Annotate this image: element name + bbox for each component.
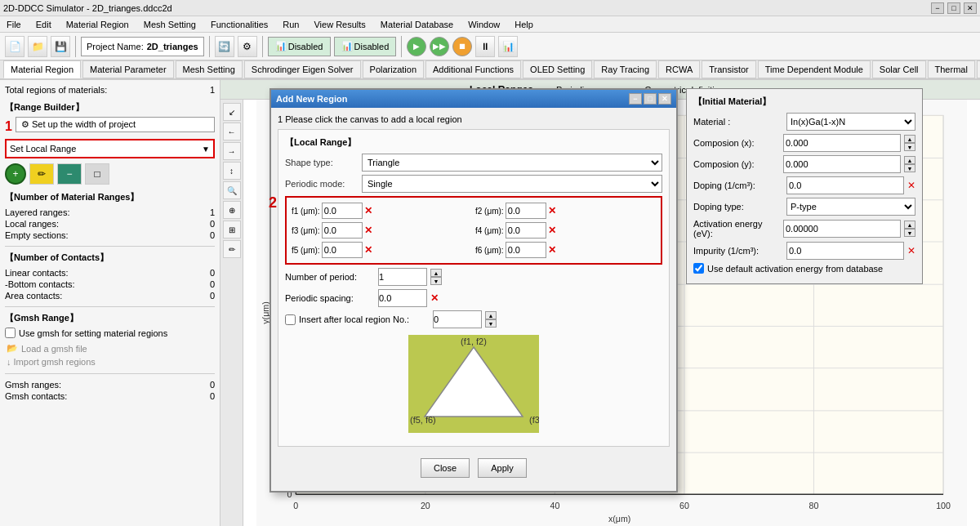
add-icon-btn[interactable]: + — [5, 163, 26, 185]
insert-checkbox[interactable] — [285, 314, 296, 325]
menu-help[interactable]: Help — [511, 20, 537, 29]
dialog-close-btn[interactable]: ✕ — [658, 93, 671, 105]
disabled-btn2[interactable]: 📊 Disabled — [334, 37, 397, 56]
settings-btn[interactable]: ⚙ — [238, 36, 257, 57]
f4-input[interactable] — [506, 222, 546, 238]
doping-input[interactable] — [786, 176, 904, 194]
tab-mesh-setting[interactable]: Mesh Setting — [176, 60, 243, 78]
f6-input[interactable] — [506, 242, 546, 258]
tab-oled[interactable]: OLED Setting — [523, 60, 592, 78]
f2-clear[interactable]: ✕ — [548, 205, 556, 216]
tab-solar[interactable]: Solar Cell — [872, 60, 926, 78]
play-btn1[interactable]: ▶ — [407, 37, 426, 56]
use-default-checkbox[interactable] — [693, 263, 704, 274]
spacing-clear[interactable]: ✕ — [430, 292, 439, 304]
tab-transistor[interactable]: Transistor — [702, 60, 756, 78]
tool-zoom[interactable]: ↕ — [223, 162, 241, 180]
menu-view-results[interactable]: View Results — [310, 20, 368, 29]
impurity-input[interactable] — [786, 242, 904, 260]
f1-clear[interactable]: ✕ — [364, 205, 372, 216]
spacing-input[interactable] — [378, 289, 427, 307]
stop-btn[interactable]: ⏹ — [452, 37, 472, 56]
f2-input[interactable] — [506, 203, 546, 219]
tab-polarization[interactable]: Polarization — [363, 60, 424, 78]
menu-material-database[interactable]: Material Database — [377, 20, 457, 29]
disabled-btn1[interactable]: 📊 Disabled — [268, 37, 331, 56]
f6-clear[interactable]: ✕ — [548, 244, 556, 256]
comp-x-down[interactable]: ▼ — [904, 143, 915, 151]
menu-functionalities[interactable]: Functionalities — [207, 20, 271, 29]
tab-schrodinger[interactable]: Schrodinger Eigen Solver — [244, 60, 361, 78]
comp-y-down[interactable]: ▼ — [904, 164, 915, 172]
play-btn2[interactable]: ▶▶ — [430, 37, 449, 56]
tab-additional[interactable]: Additional Functions — [425, 60, 521, 78]
tab-material-region[interactable]: Material Region — [3, 60, 81, 78]
minimize-button[interactable]: − — [931, 2, 944, 14]
tool-arrow-right[interactable]: → — [223, 142, 241, 160]
f3-input[interactable] — [322, 222, 363, 238]
copy-icon-btn[interactable]: □ — [85, 163, 109, 185]
comp-y-up[interactable]: ▲ — [904, 156, 915, 164]
menu-edit[interactable]: Edit — [33, 20, 55, 29]
f5-clear[interactable]: ✕ — [364, 244, 372, 256]
tool-arrow-sw[interactable]: ↙ — [223, 103, 241, 121]
tool-zoom-in[interactable]: ⊕ — [223, 201, 241, 219]
apply-btn[interactable]: Apply — [478, 458, 527, 478]
remove-icon-btn[interactable]: − — [57, 163, 82, 185]
tool-pen[interactable]: ✏ — [223, 240, 241, 258]
activation-down[interactable]: ▼ — [904, 229, 915, 237]
close-button[interactable]: ✕ — [964, 2, 977, 14]
activation-up[interactable]: ▲ — [904, 221, 915, 229]
tab-rcwa[interactable]: RCWA — [658, 60, 700, 78]
use-default-label[interactable]: Use default activation energy from datab… — [693, 263, 883, 274]
periodic-mode-select[interactable]: Single Multiple — [362, 175, 662, 193]
insert-spin-down[interactable]: ▼ — [485, 319, 497, 328]
activation-energy-input[interactable] — [783, 220, 901, 238]
comp-x-input[interactable] — [783, 134, 901, 152]
doping-clear[interactable]: ✕ — [907, 180, 915, 191]
period-input[interactable] — [378, 268, 427, 286]
f3-clear[interactable]: ✕ — [364, 225, 372, 236]
comp-y-input[interactable] — [783, 155, 901, 173]
tool-search[interactable]: 🔍 — [223, 181, 241, 199]
f5-input[interactable] — [322, 242, 363, 258]
period-spin-down[interactable]: ▼ — [430, 277, 442, 285]
new-btn[interactable]: 📄 — [5, 36, 24, 57]
menu-file[interactable]: File — [3, 20, 24, 29]
dialog-maximize-btn[interactable]: □ — [644, 93, 657, 105]
save-btn[interactable]: 💾 — [51, 36, 70, 57]
chart-btn[interactable]: 📊 — [498, 36, 518, 57]
close-btn[interactable]: Close — [421, 458, 470, 478]
tab-matdb[interactable]: Material Database — [977, 60, 980, 78]
tool-grid[interactable]: ⊞ — [223, 221, 241, 238]
tab-material-parameter[interactable]: Material Parameter — [82, 60, 174, 78]
shape-type-select[interactable]: Triangle Rectangle Circle — [362, 154, 662, 172]
load-gmsh-btn[interactable]: 📂 Load a gmsh file — [5, 341, 215, 355]
import-gmsh-btn[interactable]: ↓ Import gmsh regions — [5, 355, 215, 368]
doping-type-select[interactable]: P-type N-type — [786, 198, 915, 216]
tab-ray-tracing[interactable]: Ray Tracing — [594, 60, 657, 78]
f4-clear[interactable]: ✕ — [548, 225, 556, 236]
menu-run[interactable]: Run — [279, 20, 302, 29]
dialog-minimize-btn[interactable]: − — [629, 93, 642, 105]
pause-btn[interactable]: ⏸ — [475, 36, 495, 57]
menu-material-region[interactable]: Material Region — [63, 20, 132, 29]
f1-input[interactable] — [322, 203, 363, 219]
tab-time[interactable]: Time Dependent Module — [758, 60, 871, 78]
edit-icon-btn[interactable]: ✏ — [29, 163, 54, 185]
refresh-btn[interactable]: 🔄 — [215, 36, 234, 57]
period-spin-up[interactable]: ▲ — [430, 269, 442, 277]
menu-window[interactable]: Window — [465, 20, 503, 29]
tab-thermal[interactable]: Thermal — [928, 60, 975, 78]
use-gmsh-checkbox[interactable] — [5, 328, 16, 338]
material-select[interactable]: In(x)Ga(1-x)N — [786, 113, 915, 131]
local-range-box[interactable]: Set Local Range ▼ — [5, 139, 215, 158]
setup-width-btn[interactable]: ⚙ Set up the width of project — [16, 117, 215, 132]
insert-input[interactable] — [433, 310, 482, 328]
tool-arrow-left[interactable]: ← — [223, 123, 241, 140]
comp-x-up[interactable]: ▲ — [904, 135, 915, 143]
open-btn[interactable]: 📁 — [28, 36, 47, 57]
insert-spin-up[interactable]: ▲ — [485, 311, 497, 319]
menu-mesh-setting[interactable]: Mesh Setting — [140, 20, 199, 29]
impurity-clear[interactable]: ✕ — [907, 245, 915, 256]
